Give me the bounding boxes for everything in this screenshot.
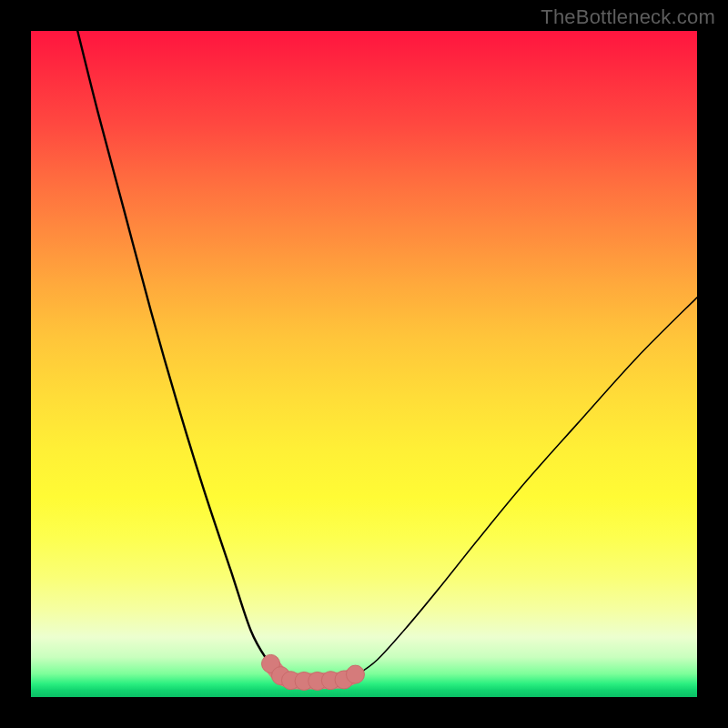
watermark-text: TheBottleneck.com (541, 5, 715, 29)
chart-frame: TheBottleneck.com (0, 0, 728, 728)
plot-area (31, 31, 697, 697)
curve-layer (31, 31, 697, 697)
bottleneck-curve-left-branch (77, 31, 290, 680)
bottleneck-curve-right-branch (344, 298, 697, 680)
basin-marker (346, 665, 364, 683)
